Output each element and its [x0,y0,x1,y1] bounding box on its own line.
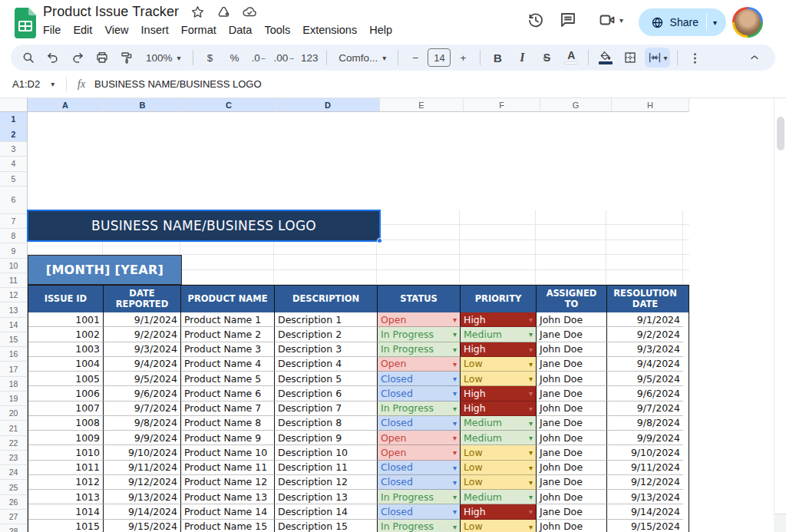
status-cell[interactable]: Closed▾ [378,504,461,519]
issue-id-cell[interactable]: 1004 [28,357,104,372]
table-header-status[interactable]: STATUS [378,286,461,312]
product-name-cell[interactable]: Product Name 5 [181,372,275,386]
cloud-saved-icon[interactable] [242,5,257,20]
assigned-to-cell[interactable]: Jane Doe [537,475,607,490]
dropdown-arrow-icon[interactable]: ▾ [529,507,533,516]
description-cell[interactable]: Description 13 [275,490,378,504]
column-header-b[interactable]: B [104,98,182,112]
product-name-cell[interactable]: Product Name 3 [181,342,275,357]
priority-cell[interactable]: Low▾ [461,372,537,386]
business-name-banner-cell[interactable]: BUSINESS NAME/BUSINESS LOGO [28,210,380,241]
dropdown-arrow-icon[interactable]: ▾ [453,448,457,457]
resolution-date-cell[interactable]: 9/14/2024 [607,504,683,519]
issue-id-cell[interactable]: 1008 [28,416,104,431]
issue-id-cell[interactable]: 1006 [28,386,104,401]
status-cell[interactable]: In Progress▾ [378,520,461,532]
dropdown-arrow-icon[interactable]: ▾ [453,375,457,383]
resolution-date-cell[interactable]: 9/13/2024 [607,490,683,504]
assigned-to-cell[interactable]: John Doe [537,372,607,386]
status-cell[interactable]: Open▾ [378,357,461,372]
table-header-date-reported[interactable]: DATE REPORTED [104,286,181,312]
document-title[interactable]: Product Issue Tracker [43,4,179,20]
share-button[interactable]: Share ▾ [639,8,726,36]
row-header-26[interactable]: 26 [0,495,28,510]
date-reported-cell[interactable]: 9/5/2024 [104,372,181,386]
italic-button[interactable]: I [512,48,532,68]
borders-button[interactable] [620,48,640,68]
row-header-1[interactable]: 1 [0,112,28,127]
row-header-21[interactable]: 21 [0,421,28,435]
name-box-caret[interactable]: ▾ [51,80,54,88]
assigned-to-cell[interactable]: John Doe [537,431,607,445]
issue-id-cell[interactable]: 1011 [28,461,104,475]
row-header-24[interactable]: 24 [0,465,28,480]
dropdown-arrow-icon[interactable]: ▾ [453,522,457,530]
font-selector[interactable]: Comfo...▾ [334,48,391,68]
menu-help[interactable]: Help [363,21,398,38]
priority-cell[interactable]: High▾ [461,401,537,416]
table-header-resolution-date[interactable]: RESOLUTION DATE [607,286,683,312]
present-to-meet-button[interactable]: ▾ [598,11,623,29]
vertical-scrollbar[interactable] [774,98,786,532]
assigned-to-cell[interactable]: Jane Doe [537,445,607,460]
date-reported-cell[interactable]: 9/6/2024 [104,386,181,401]
text-color-button[interactable]: A [561,48,581,68]
increase-decimals-button[interactable]: .00→ [274,48,296,68]
status-cell[interactable]: Closed▾ [378,386,461,401]
version-history-icon[interactable] [527,11,545,32]
font-size-input[interactable]: 14 [428,48,451,67]
account-avatar[interactable] [732,7,763,38]
row-header-18[interactable]: 18 [0,377,28,392]
description-cell[interactable]: Description 8 [275,416,378,431]
dropdown-arrow-icon[interactable]: ▾ [529,389,533,398]
issue-id-cell[interactable]: 1009 [28,431,104,445]
row-header-8[interactable]: 8 [0,229,28,243]
row-header-17[interactable]: 17 [0,362,28,376]
row-header-28[interactable]: 28 [0,524,28,532]
description-cell[interactable]: Description 2 [275,327,378,342]
dropdown-arrow-icon[interactable]: ▾ [453,463,457,471]
more-toolbar-button[interactable]: ⋮ [685,48,705,68]
dropdown-arrow-icon[interactable]: ▾ [529,404,533,412]
dropdown-arrow-icon[interactable]: ▾ [453,418,457,427]
dropdown-arrow-icon[interactable]: ▾ [453,404,457,412]
description-cell[interactable]: Description 12 [275,475,378,490]
description-cell[interactable]: Description 3 [275,342,378,357]
date-reported-cell[interactable]: 9/14/2024 [104,504,181,519]
date-reported-cell[interactable]: 9/9/2024 [104,431,181,445]
issue-id-cell[interactable]: 1014 [28,504,104,519]
resolution-date-cell[interactable]: 9/9/2024 [607,431,683,445]
table-header-assigned-to[interactable]: ASSIGNED TO [537,286,607,312]
row-header-7[interactable]: 7 [0,214,28,229]
date-reported-cell[interactable]: 9/8/2024 [104,416,181,431]
resolution-date-cell[interactable]: 9/8/2024 [607,416,683,431]
date-reported-cell[interactable]: 9/4/2024 [104,357,181,372]
row-header-5[interactable]: 5 [0,172,28,187]
format-percent-button[interactable]: % [225,48,245,68]
product-name-cell[interactable]: Product Name 11 [181,461,275,475]
status-cell[interactable]: In Progress▾ [378,327,461,342]
row-header-27[interactable]: 27 [0,510,28,524]
issue-id-cell[interactable]: 1010 [28,445,104,460]
status-cell[interactable]: Closed▾ [378,475,461,490]
dropdown-arrow-icon[interactable]: ▾ [453,477,457,486]
resolution-date-cell[interactable]: 9/3/2024 [607,342,683,357]
dropdown-arrow-icon[interactable]: ▾ [453,493,457,501]
dropdown-arrow-icon[interactable]: ▾ [529,477,533,486]
dropdown-arrow-icon[interactable]: ▾ [453,507,457,516]
assigned-to-cell[interactable]: John Doe [537,401,607,416]
menu-tools[interactable]: Tools [258,21,296,38]
resolution-date-cell[interactable]: 9/11/2024 [607,461,683,475]
menu-file[interactable]: File [37,21,67,38]
description-cell[interactable]: Description 6 [275,386,378,401]
row-header-12[interactable]: 12 [0,288,28,302]
assigned-to-cell[interactable]: John Doe [537,461,607,475]
status-cell[interactable]: Closed▾ [378,372,461,386]
name-box[interactable]: A1:D2 ▾ [0,78,60,90]
date-reported-cell[interactable]: 9/12/2024 [104,475,181,490]
row-header-3[interactable]: 3 [0,142,28,157]
issue-id-cell[interactable]: 1002 [28,327,104,342]
row-header-14[interactable]: 14 [0,318,28,332]
increase-font-size-button[interactable]: + [453,48,473,68]
date-reported-cell[interactable]: 9/15/2024 [104,520,181,532]
